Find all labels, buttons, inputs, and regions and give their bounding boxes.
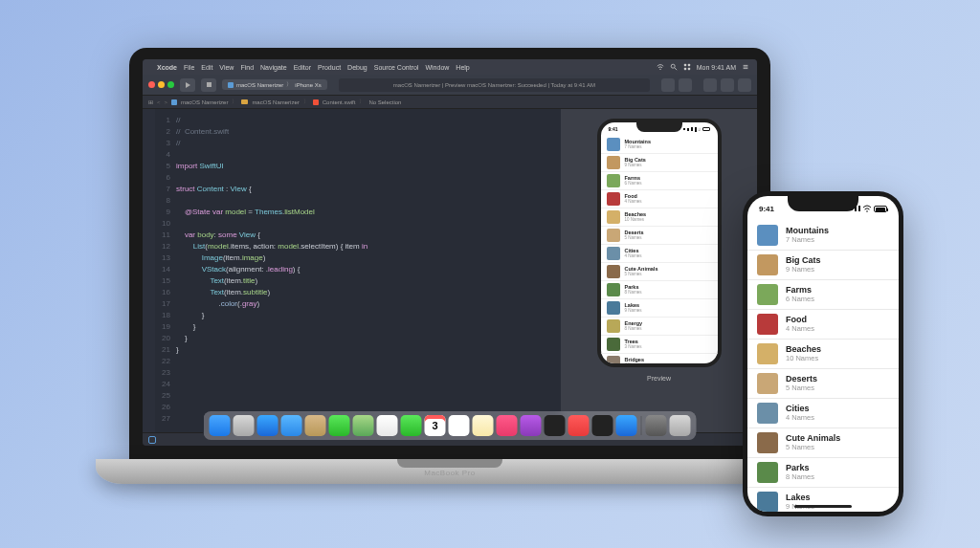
window-close-button[interactable]	[148, 81, 155, 88]
notification-center-icon[interactable]	[742, 63, 749, 71]
list-item[interactable]: Mountains 7 Names	[601, 136, 718, 154]
dock-app-appstore[interactable]	[616, 415, 637, 436]
menubar-item-help[interactable]: Help	[456, 64, 469, 71]
iphone-app-list[interactable]: Mountains 7 Names Big Cats 9 Names Farms…	[747, 221, 899, 512]
menubar-item-find[interactable]: Find	[240, 64, 254, 71]
related-items-icon[interactable]: ⊞	[148, 99, 153, 105]
menubar-item-navigate[interactable]: Navigate	[260, 64, 287, 71]
dock-app-facetime[interactable]	[401, 415, 422, 436]
dock-app-news[interactable]	[568, 415, 590, 436]
list-item[interactable]: Trees 3 Names	[601, 336, 718, 354]
list-item[interactable]: Lakes 9 Names	[601, 299, 718, 318]
crumb-project[interactable]: macOS Namerizer	[181, 99, 228, 105]
dock-app-tv[interactable]	[545, 415, 566, 436]
dock-app-podcasts[interactable]	[521, 415, 542, 436]
list-item[interactable]: Big Cats 9 Names	[601, 154, 718, 172]
menubar-item-edit[interactable]: Edit	[201, 64, 212, 71]
list-item-subtitle: 5 Names	[786, 384, 817, 392]
menubar-item-file[interactable]: File	[184, 64, 194, 71]
dock-app-stocks[interactable]	[592, 415, 613, 436]
window-minimize-button[interactable]	[158, 81, 165, 88]
xcode-jump-bar[interactable]: ⊞ <> macOS Namerizer 〉 macOS Namerizer 〉…	[143, 96, 757, 109]
control-center-icon[interactable]	[683, 63, 691, 71]
stop-button[interactable]	[201, 78, 216, 92]
code-review-button[interactable]	[679, 78, 692, 92]
list-item[interactable]: Cute Animals 5 Names	[747, 428, 899, 458]
svg-point-1	[671, 64, 675, 68]
dock-app-photos[interactable]	[377, 415, 398, 436]
crumb-folder[interactable]: macOS Namerizer	[252, 99, 299, 105]
home-indicator[interactable]	[794, 505, 852, 508]
menubar-item-editor[interactable]: Editor	[294, 64, 311, 71]
dock-app-settings[interactable]	[646, 415, 667, 436]
list-item[interactable]: Beaches 10 Names	[601, 208, 718, 227]
list-item-subtitle: 7 Names	[786, 236, 829, 244]
list-item-image	[607, 138, 620, 151]
list-item[interactable]: Deserts 5 Names	[601, 227, 718, 245]
toggle-bottom-panel-button[interactable]	[721, 78, 734, 92]
crumb-selection[interactable]: No Selection	[368, 99, 401, 105]
preview-list[interactable]: Mountains 7 Names Big Cats 9 Names Farms…	[601, 136, 718, 363]
list-item[interactable]: Farms 6 Names	[747, 280, 899, 310]
list-item[interactable]: Cute Animals 5 Names	[601, 263, 718, 281]
list-item[interactable]: Deserts 5 Names	[747, 369, 899, 399]
debug-view-icon[interactable]	[148, 436, 156, 444]
window-zoom-button[interactable]	[167, 81, 174, 88]
macos-dock[interactable]: 3	[204, 411, 697, 440]
svg-rect-4	[688, 64, 690, 66]
list-item[interactable]: Cities 4 Names	[601, 245, 718, 263]
wifi-icon[interactable]	[657, 63, 664, 71]
menubar-item-view[interactable]: View	[219, 64, 234, 71]
navigator-collapsed[interactable]	[143, 109, 155, 432]
xcode-editor-area: 1234567891011121314151617181920212223242…	[143, 109, 757, 432]
list-item-image	[607, 338, 620, 351]
preview-device[interactable]: 9:41 􀙇 Mountains 7 Names Big Cats 9 Name…	[597, 119, 722, 367]
list-item[interactable]: Energy 8 Names	[601, 318, 718, 336]
toggle-left-panel-button[interactable]	[703, 78, 717, 92]
menubar-item-window[interactable]: Window	[425, 64, 449, 71]
list-item[interactable]: Food 4 Names	[747, 310, 899, 340]
list-item[interactable]: Farms 6 Names	[601, 172, 718, 190]
list-item[interactable]: Parks 8 Names	[601, 281, 718, 299]
menubar-clock[interactable]: Mon 9:41 AM	[697, 64, 736, 71]
list-item-subtitle: 9 Names	[625, 309, 642, 314]
dock-app-calendar[interactable]: 3	[425, 415, 446, 436]
dock-app-notes[interactable]	[473, 415, 494, 436]
dock-trash[interactable]	[670, 415, 691, 436]
library-button[interactable]	[661, 78, 675, 92]
dock-app-safari[interactable]	[257, 415, 278, 436]
dock-app-finder[interactable]	[210, 415, 231, 436]
menubar-item-debug[interactable]: Debug	[347, 64, 368, 71]
spotlight-icon[interactable]	[670, 63, 678, 71]
run-button[interactable]	[180, 78, 195, 92]
list-item-image	[757, 403, 778, 424]
menubar-item-sourcecontrol[interactable]: Source Control	[374, 64, 419, 71]
dock-app-maps[interactable]	[353, 415, 374, 436]
list-item[interactable]: Lakes 9 Names	[747, 488, 899, 512]
list-item[interactable]: Big Cats 9 Names	[747, 251, 899, 280]
dock-app-reminders[interactable]	[449, 415, 470, 436]
list-item[interactable]: Mountains 7 Names	[747, 221, 899, 251]
menubar-item-product[interactable]: Product	[318, 64, 341, 71]
list-item[interactable]: Cities 4 Names	[747, 399, 899, 428]
dock-app-messages[interactable]	[329, 415, 350, 436]
list-item-image	[607, 319, 620, 333]
dock-app-contacts[interactable]	[305, 415, 326, 436]
dock-app-mail[interactable]	[281, 415, 302, 436]
source-editor[interactable]: 1234567891011121314151617181920212223242…	[155, 109, 561, 432]
iphone-notch	[788, 196, 858, 211]
code-text[interactable]: //// Content.swift// import SwiftUI stru…	[176, 115, 561, 432]
menubar-app-name[interactable]: Xcode	[157, 64, 177, 71]
list-item[interactable]: Beaches 10 Names	[747, 340, 899, 369]
list-item[interactable]: Food 4 Names	[601, 190, 718, 208]
list-item[interactable]: Bridges 4 Names	[601, 354, 718, 363]
window-traffic-lights	[148, 81, 174, 88]
dock-app-launchpad[interactable]	[234, 415, 255, 436]
swiftui-preview-canvas[interactable]: 9:41 􀙇 Mountains 7 Names Big Cats 9 Name…	[561, 109, 757, 432]
list-item[interactable]: Parks 8 Names	[747, 458, 899, 488]
toggle-right-panel-button[interactable]	[738, 78, 751, 92]
macbook-device: Xcode File Edit View Find Navigate Edito…	[129, 48, 770, 521]
crumb-file[interactable]: Content.swift	[323, 99, 356, 105]
dock-app-music[interactable]	[497, 415, 518, 436]
scheme-selector[interactable]: macOS Namerizer 〉 iPhone Xs	[222, 79, 327, 90]
